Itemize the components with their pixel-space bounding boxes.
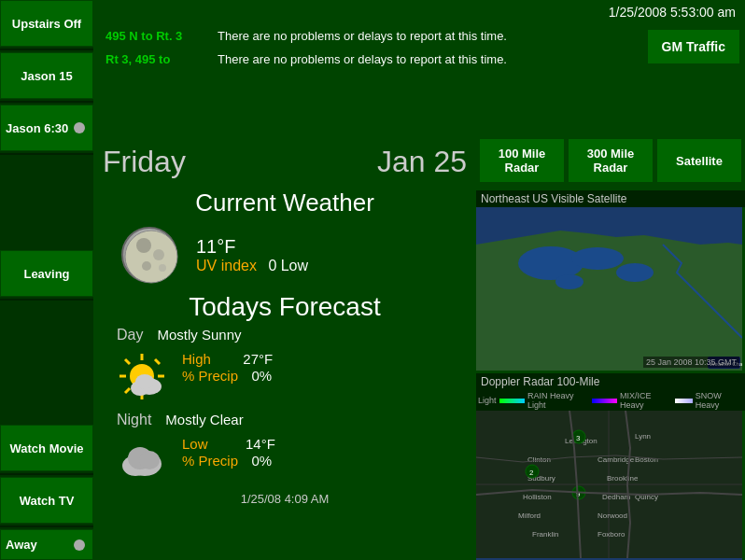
svg-point-3: [142, 261, 151, 271]
svg-point-20: [139, 451, 160, 469]
svg-line-10: [155, 359, 160, 364]
datetime-display: 1/25/2008 5:53:00 am: [93, 0, 745, 24]
table-row: 495 N to Rt. 3 There are no problems or …: [98, 24, 638, 48]
svg-text:2: 2: [529, 469, 534, 477]
night-precip-label: % Precip: [182, 453, 238, 469]
satellite-map-svg: Weather Channel: [476, 207, 742, 371]
svg-line-11: [125, 388, 130, 393]
svg-text:Brookline: Brookline: [607, 474, 639, 483]
forecast-day-section: Day Mostly Sunny: [103, 327, 467, 402]
date-display: Jan 25: [377, 145, 467, 179]
table-row: Rt 3, 495 to There are no problems or de…: [98, 48, 638, 71]
svg-text:3: 3: [576, 434, 581, 442]
sidebar-item-leaving[interactable]: Leaving: [0, 250, 93, 297]
night-condition: Mostly Clear: [165, 412, 243, 427]
sidebar: Upstairs Off Jason 15 Jason 6:30 Leaving…: [0, 0, 93, 560]
date-header: Friday Jan 25: [103, 145, 467, 179]
satellite-button[interactable]: Satellite: [656, 138, 742, 183]
radar-buttons: 100 Mile Radar 300 Mile Radar Satellite: [476, 135, 745, 186]
main-weather-area: Friday Jan 25 Current Weather 11°F UV in…: [93, 135, 476, 560]
sidebar-item-upstairs-off[interactable]: Upstairs Off: [0, 0, 93, 47]
300-mile-radar-button[interactable]: 300 Mile Radar: [568, 138, 654, 183]
current-temp: 11°F: [196, 236, 308, 258]
moon-icon: [121, 227, 177, 283]
satellite-map: Weather Channel 25 Jan 2008 10:35 GMT: [476, 207, 742, 371]
svg-point-24: [616, 263, 654, 282]
day-high-value: 27°F: [243, 351, 273, 367]
current-weather-title: Current Weather: [103, 189, 467, 217]
current-weather-row: 11°F UV index 0 Low: [103, 227, 467, 283]
sidebar-item-watch-movie[interactable]: Watch Movie: [0, 425, 93, 471]
svg-text:Milford: Milford: [518, 511, 541, 520]
top-area: 1/25/2008 5:53:00 am 495 N to Rt. 3 Ther…: [93, 0, 745, 135]
svg-point-4: [159, 264, 166, 272]
night-low-value: 14°F: [246, 436, 275, 452]
satellite-map-container: Northeast US Visible Satellite Weather C…: [476, 190, 745, 371]
sidebar-item-jason-630[interactable]: Jason 6:30: [0, 105, 93, 151]
day-precip-value: 0%: [251, 368, 272, 384]
svg-text:Boston: Boston: [635, 455, 658, 464]
traffic-table: 495 N to Rt. 3 There are no problems or …: [98, 24, 638, 71]
day-forecast-row: High 27°F % Precip 0%: [117, 351, 453, 402]
sidebar-item-watch-tv[interactable]: Watch TV: [0, 477, 93, 524]
svg-point-0: [125, 231, 177, 283]
doppler-map-svg: Lexington Lynn Clinton Cambridge Boston …: [476, 411, 742, 558]
svg-point-16: [135, 374, 154, 389]
svg-line-9: [125, 359, 130, 364]
night-label: Night: [117, 412, 151, 428]
night-low-label: Low: [182, 436, 208, 452]
svg-point-23: [571, 247, 624, 270]
svg-text:Norwood: Norwood: [597, 511, 627, 520]
night-precip-value: 0%: [251, 453, 272, 469]
day-precip-label: % Precip: [182, 368, 238, 384]
svg-point-25: [555, 274, 583, 289]
doppler-map-label: Doppler Radar 100-Mile: [476, 373, 745, 390]
gm-traffic-button[interactable]: GM Traffic: [647, 29, 740, 64]
day-forecast-details: High 27°F % Precip 0%: [182, 351, 453, 385]
forecast-title: Todays Forecast: [103, 292, 467, 322]
satellite-watermark: 25 Jan 2008 10:35 GMT: [643, 357, 739, 368]
doppler-map-container: Doppler Radar 100-Mile Light RAIN Heavy …: [476, 373, 745, 560]
day-high-label: High: [182, 351, 211, 367]
svg-text:Holliston: Holliston: [523, 493, 552, 501]
right-panel: 100 Mile Radar 300 Mile Radar Satellite …: [476, 135, 745, 560]
day-of-week: Friday: [103, 145, 186, 179]
cloud-icon: [117, 436, 168, 483]
100-mile-radar-button[interactable]: 100 Mile Radar: [479, 138, 565, 183]
svg-point-2: [153, 249, 164, 260]
satellite-map-label: Northeast US Visible Satellite: [476, 190, 745, 207]
day-condition: Mostly Sunny: [157, 327, 241, 343]
sidebar-item-away[interactable]: Away: [0, 529, 93, 560]
uv-index: UV index 0 Low: [196, 258, 308, 274]
day-label: Day: [117, 327, 143, 343]
updated-time: 1/25/08 4:09 AM: [103, 492, 467, 506]
sidebar-item-jason[interactable]: Jason 15: [0, 52, 93, 99]
doppler-map: Lexington Lynn Clinton Cambridge Boston …: [476, 411, 742, 560]
svg-text:Lynn: Lynn: [635, 432, 651, 441]
sun-icon: [117, 351, 168, 402]
dot-icon: [74, 122, 85, 133]
forecast-night-section: Night Mostly Clear Low 14°F % Precip: [103, 412, 467, 483]
svg-text:Franklin: Franklin: [532, 530, 558, 539]
night-forecast-details: Low 14°F % Precip 0%: [182, 436, 453, 469]
current-conditions: 11°F UV index 0 Low: [196, 236, 308, 274]
away-dot-icon: [74, 539, 85, 551]
svg-text:Foxboro: Foxboro: [597, 530, 626, 539]
night-forecast-row: Low 14°F % Precip 0%: [117, 436, 453, 483]
svg-point-1: [136, 238, 151, 253]
